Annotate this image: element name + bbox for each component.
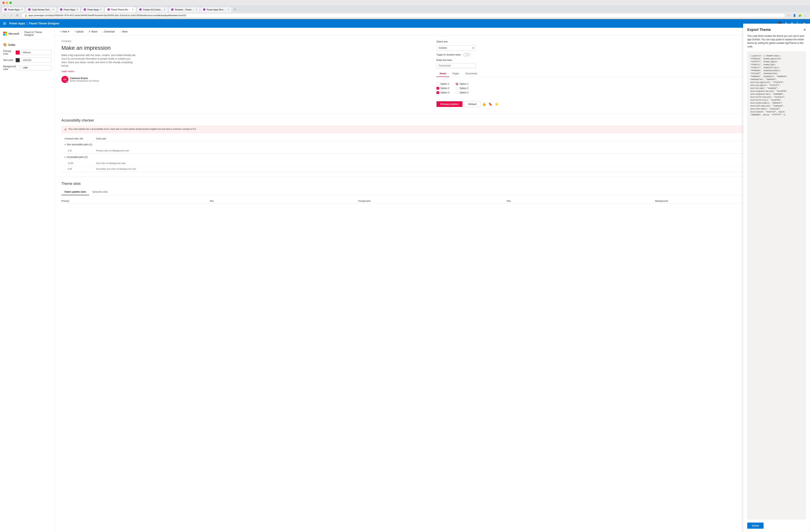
refresh-button[interactable]: ↻ <box>15 13 20 18</box>
avatar-initials: CE <box>63 78 66 81</box>
extensions-icon[interactable]: 🧩 <box>798 13 802 17</box>
stories-label: STORIES <box>61 40 428 43</box>
tab-close-7[interactable]: ✕ <box>196 9 197 11</box>
download-icon: ↓ <box>102 30 103 33</box>
checkbox-option-1[interactable]: Option 1 <box>436 83 449 85</box>
checkbox-option-2[interactable]: ✓ Option 2 <box>436 87 449 90</box>
radio-1[interactable] <box>456 83 458 85</box>
browser-tab-4[interactable]: 🟣 Power Apps ✕ <box>81 7 104 12</box>
forward-button[interactable]: → <box>9 13 13 18</box>
tab-favicon-6: 🟣 <box>139 8 142 11</box>
header-pair: Color pair <box>96 137 761 140</box>
back-button[interactable]: ← <box>2 13 7 18</box>
background-color-row: Background color <box>3 65 52 70</box>
toggle-control[interactable] <box>463 53 470 56</box>
checkbox-3[interactable]: ✓ <box>436 91 439 94</box>
profile-icon[interactable]: 👤 <box>792 13 797 17</box>
browser-tab-7[interactable]: 🟣 Reviews – Power Apps ✕ <box>168 7 200 12</box>
checkbox-2[interactable]: ✓ <box>436 87 439 90</box>
text-input[interactable] <box>436 63 476 68</box>
avatar-name: Cameron Evans <box>70 77 99 80</box>
export-close-icon[interactable]: ✕ <box>803 28 806 32</box>
tab-favicon-1: 🟣 <box>4 8 7 11</box>
text-color-input[interactable] <box>21 57 52 63</box>
upload-button[interactable]: ↑ Upload <box>72 29 85 34</box>
browser-tab-5[interactable]: 🟣 Fluent Theme Designer - ... ✕ <box>104 7 136 12</box>
accessible-row-1: 12.98 Text color on Background color neu… <box>61 161 804 166</box>
tab-close-2[interactable]: ✕ <box>53 9 54 11</box>
tab-close-5[interactable]: ✕ <box>132 9 133 11</box>
browser-tab-2[interactable]: 🟣 Code Review Tool Experim... ✕ <box>26 7 57 12</box>
select-dropdown[interactable]: Content ▾ <box>436 46 476 51</box>
slot-tab-semantic[interactable]: Semantic slots <box>89 189 111 195</box>
radio-option-2[interactable]: Option 2 <box>456 87 468 90</box>
export-code-block[interactable]: { palette: { themePrimary: "#f00e4a", th… <box>747 51 806 519</box>
waffle-icon[interactable]: ⊞ <box>3 21 6 26</box>
radio-3[interactable] <box>456 91 458 94</box>
radio-option-3[interactable]: Option 3 <box>456 91 468 94</box>
select-value: Content <box>439 47 447 49</box>
tab-close-3[interactable]: ✕ <box>76 9 78 11</box>
new-label: New <box>63 30 67 33</box>
background-color-swatch[interactable] <box>16 66 20 70</box>
checkbox-1[interactable] <box>436 83 439 85</box>
primary-color-input[interactable] <box>21 50 52 55</box>
address-bar[interactable]: 🔒 apps.powerapps.com/play/2f6b0e93-7676-… <box>21 13 785 18</box>
text-color-swatch[interactable] <box>16 58 20 62</box>
share-button[interactable]: ↗ Share <box>86 29 99 34</box>
new-tab-button[interactable]: + <box>232 7 238 12</box>
top-nav: ⊞ Power Apps | Fluent Theme Designer ⬛ ⬇… <box>0 19 810 28</box>
default-button[interactable]: Default <box>464 101 480 107</box>
thumbup-icon[interactable]: 👍 <box>482 102 486 106</box>
radio-option-1[interactable]: Option 1 <box>456 83 468 85</box>
download-label: Download <box>104 30 115 33</box>
browser-tab-8[interactable]: 🟣 Power Apps Review Tool -... ✕ <box>200 7 232 12</box>
radios-col: Option 1 Option 2 Option 3 <box>456 83 468 94</box>
tab-close-1[interactable]: ✕ <box>21 9 22 11</box>
star-icon[interactable]: ⭐ <box>495 102 499 106</box>
fullscreen-traffic-light[interactable] <box>10 2 12 4</box>
primary-button[interactable]: Primary button <box>436 101 463 107</box>
bookmark-preview-icon[interactable]: 🔖 <box>488 102 492 106</box>
browser-tab-6[interactable]: 🟣 Creator Kit Control Refere... ✕ <box>136 7 168 12</box>
settings-dots-icon[interactable]: ⋮ <box>803 13 808 17</box>
toolbar: + New ▾ ↑ Upload ↗ Share ↓ Download ·· <box>55 28 810 36</box>
bookmark-icon[interactable]: ☆ <box>787 13 791 17</box>
nav-tab-pages[interactable]: Pages <box>449 70 462 77</box>
share-label: Share <box>91 30 97 33</box>
tab-close-8[interactable]: ✕ <box>228 9 229 11</box>
export-close-button[interactable]: Close <box>747 522 764 529</box>
nav-tab-home[interactable]: Home <box>436 70 449 77</box>
left-sidebar: Microsoft | Fluent UI Theme Designer 🎨 C… <box>0 28 55 532</box>
tab-close-4[interactable]: ✕ <box>100 9 102 11</box>
browser-tab-3[interactable]: 🟣 Power Apps ✕ <box>57 7 81 12</box>
tab-title-1: Power Apps <box>8 9 20 11</box>
address-bar-row: ← → ↻ 🔒 apps.powerapps.com/play/2f6b0e93… <box>0 12 810 19</box>
accessible-header[interactable]: ▾ Accessible pairs (2) <box>61 154 804 161</box>
close-traffic-light[interactable] <box>2 2 5 4</box>
primary-color-swatch[interactable] <box>16 50 20 55</box>
accessible-title: Accessible pairs (2) <box>67 156 87 159</box>
checkbox-option-3[interactable]: ✓ Option 3 <box>436 91 449 94</box>
tab-favicon-3: 🟣 <box>60 8 63 11</box>
new-button[interactable]: + New ▾ <box>58 29 71 34</box>
more-button[interactable]: ··· More <box>117 29 130 34</box>
learn-more-link[interactable]: Learn more › <box>61 70 428 73</box>
background-color-input[interactable] <box>21 65 52 70</box>
color-section-title: 🎨 Color <box>3 43 52 47</box>
nav-tab-documents[interactable]: Documents <box>462 70 481 77</box>
tab-close-6[interactable]: ✕ <box>164 9 165 11</box>
download-button[interactable]: ↓ Download <box>100 29 117 34</box>
checkboxes-col: Option 1 ✓ Option 2 ✓ Option 3 <box>436 83 449 94</box>
tab-title-3: Power Apps <box>64 9 75 11</box>
browser-tab-1[interactable]: 🟣 Power Apps ✕ <box>2 7 25 12</box>
nav-divider: | <box>27 22 27 25</box>
tab-title-7: Reviews – Power Apps <box>175 9 195 11</box>
non-accessible-header[interactable]: ▾ Non accessible pairs (1) <box>61 141 804 148</box>
slot-col-hex2: Hex <box>507 200 655 202</box>
slot-tab-fabric[interactable]: Fabric palette slots <box>61 189 89 195</box>
minimize-traffic-light[interactable] <box>6 2 8 4</box>
lock-icon: 🔒 <box>25 14 27 17</box>
radio-2[interactable] <box>456 87 458 90</box>
avatar-info: Cameron Evans Senior Researcher at Conto… <box>70 77 99 82</box>
